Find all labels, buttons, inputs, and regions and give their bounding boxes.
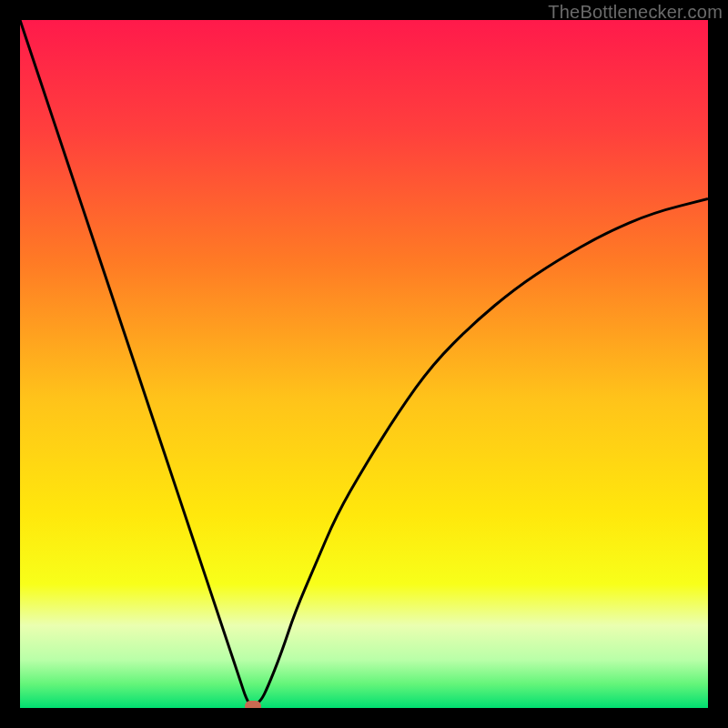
chart-frame: TheBottlenecker.com xyxy=(0,0,728,728)
plot-area xyxy=(20,20,708,708)
curve-layer xyxy=(20,20,708,708)
bottleneck-curve xyxy=(20,20,708,705)
watermark-text: TheBottlenecker.com xyxy=(548,2,723,23)
optimum-marker xyxy=(245,701,261,708)
